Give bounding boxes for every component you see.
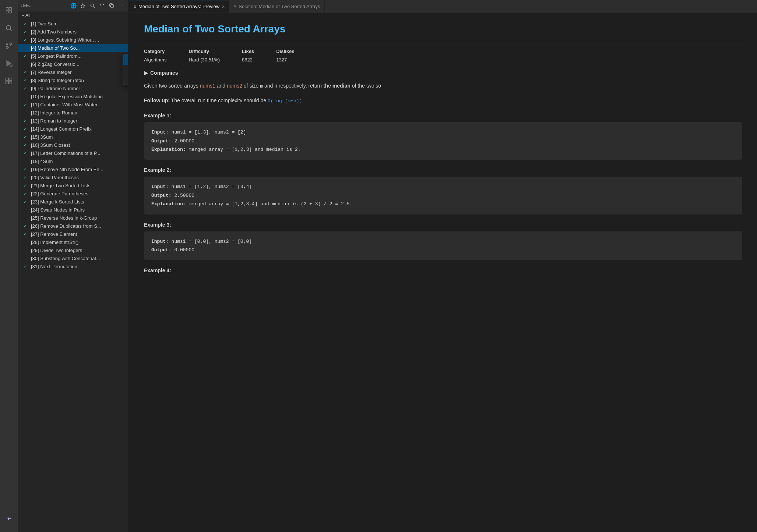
solved-check: ✓: [24, 264, 29, 269]
tab-preview[interactable]: ≡ Median of Two Sorted Arrays: Preview ×: [129, 0, 229, 13]
meta-header-likes: Likes: [242, 49, 254, 54]
search-icon[interactable]: [1, 21, 16, 35]
example-1-explanation: Explanation: merged array = [1,2,3] and …: [151, 145, 735, 154]
leetcode-icon[interactable]: [1, 511, 16, 526]
solved-check: ✓: [24, 78, 29, 83]
solved-check: ✓: [24, 175, 29, 180]
tab-label: Median of Two Sorted Arrays: Preview: [138, 4, 219, 9]
example-2-input: Input: nums1 = [1,2], nums2 = [3,4]: [151, 182, 735, 191]
svg-line-5: [10, 29, 12, 31]
problem-title: Median of Two Sorted Arrays: [144, 23, 742, 35]
meta-header-dislikes: Dislikes: [276, 49, 294, 54]
source-control-icon[interactable]: [1, 38, 16, 53]
problem-item[interactable]: ✓ [17] Letter Combinations of a P...: [18, 149, 128, 157]
problem-item[interactable]: [18] 4Sum: [18, 157, 128, 165]
companies-expand-icon: ▶: [144, 70, 148, 76]
problem-item[interactable]: ✓ [13] Roman to Integer: [18, 117, 128, 125]
follow-up: Follow up: The overall run time complexi…: [144, 96, 742, 105]
problem-item[interactable]: ✓ [31] Next Permutation: [18, 262, 128, 270]
meta-col-difficulty: Difficulty Hard (30.51%): [189, 49, 220, 63]
refresh-icon[interactable]: [98, 1, 106, 10]
solved-check: ✓: [24, 102, 29, 107]
problem-item[interactable]: ✓ [22] Generate Parentheses: [18, 189, 128, 198]
problem-item[interactable]: ✓ [7] Reverse Integer: [18, 68, 128, 76]
tab-solution[interactable]: ≡ Solution: Median of Two Sorted Arrays: [229, 0, 325, 13]
problem-item[interactable]: ✓ [8] String to Integer (atoi): [18, 76, 128, 84]
extensions-icon[interactable]: [1, 74, 16, 88]
problem-item[interactable]: ✓ [14] Longest Common Prefix: [18, 125, 128, 133]
context-menu-show[interactable]: Show Problem: [123, 65, 128, 75]
problem-description: Given two sorted arrays nums1 and nums2 …: [144, 82, 742, 91]
search-sidebar-icon[interactable]: [88, 1, 96, 10]
svg-rect-15: [6, 81, 9, 84]
context-menu-top-voted[interactable]: Show Top Voted Solution: [123, 75, 128, 85]
meta-value-difficulty: Hard (30.51%): [189, 57, 220, 63]
problem-item[interactable]: [10] Regular Expression Matching: [18, 92, 128, 100]
tab-icon-solution: ≡: [234, 4, 236, 9]
tab-icon: ≡: [134, 4, 136, 9]
example-2-block: Input: nums1 = [1,2], nums2 = [3,4] Outp…: [144, 177, 742, 214]
problem-item[interactable]: ✓ [11] Container With Most Water: [18, 100, 128, 109]
problem-item[interactable]: ✓ [20] Valid Parentheses: [18, 173, 128, 181]
problem-content: Median of Two Sorted Arrays Category Alg…: [129, 13, 757, 532]
example-1-block: Input: nums1 = [1,3], nums2 = [2] Output…: [144, 122, 742, 160]
problem-item[interactable]: ✓ [16] 3Sum Closest: [18, 141, 128, 149]
problem-item[interactable]: ✓ [9] Palindrome Number: [18, 84, 128, 92]
companies-header[interactable]: ▶ Companies: [144, 70, 742, 76]
problem-item[interactable]: [29] Divide Two Integers: [18, 246, 128, 254]
problem-item[interactable]: ✓ [5] Longest Palindrom...: [18, 52, 128, 60]
problem-item[interactable]: [24] Swap Nodes in Pairs: [18, 206, 128, 214]
problem-item[interactable]: ✓ [2] Add Two Numbers: [18, 28, 128, 36]
example-1-output: Output: 2.00000: [151, 137, 735, 145]
example-1-label: Example 1:: [144, 113, 742, 118]
svg-point-7: [10, 43, 12, 45]
run-debug-icon[interactable]: [1, 56, 16, 71]
star-icon[interactable]: [79, 1, 87, 10]
copy-icon[interactable]: [108, 1, 116, 10]
problem-list: ✓ [1] Two Sum ✓ [2] Add Two Numbers ✓ [3…: [18, 19, 128, 532]
main-area: ≡ Median of Two Sorted Arrays: Preview ×…: [129, 0, 757, 532]
problem-item[interactable]: [28] Implement strStr(): [18, 238, 128, 246]
solved-check: ✓: [24, 135, 29, 139]
solved-check: ✓: [24, 70, 29, 75]
solved-check: ✓: [24, 232, 29, 237]
problem-item[interactable]: ✓ [23] Merge k Sorted Lists: [18, 198, 128, 206]
inline-m: m: [260, 84, 263, 89]
bold-median: the median: [323, 83, 351, 89]
problem-item[interactable]: ✓ [3] Longest Substring Without ...: [18, 36, 128, 44]
tab-bar: ≡ Median of Two Sorted Arrays: Preview ×…: [129, 0, 757, 13]
meta-col-category: Category Algorithms: [144, 49, 166, 63]
example-3-input: Input: nums1 = [0,0], nums2 = [0,0]: [151, 237, 735, 246]
files-icon[interactable]: [1, 3, 16, 18]
problem-item[interactable]: [30] Substring with Concatenat...: [18, 254, 128, 262]
problem-item[interactable]: [12] Integer to Roman: [18, 109, 128, 117]
problem-item-active[interactable]: [4] Median of Two So...: [18, 44, 128, 52]
tab-close-button[interactable]: ×: [222, 4, 225, 10]
svg-rect-3: [9, 11, 12, 13]
more-icon[interactable]: ···: [117, 1, 125, 10]
meta-header-category: Category: [144, 49, 166, 54]
problem-item[interactable]: [6] ZigZag Conversio...: [18, 60, 128, 68]
svg-rect-13: [6, 78, 9, 81]
solved-check: ✓: [24, 21, 29, 26]
example-1-input: Input: nums1 = [1,3], nums2 = [2]: [151, 128, 735, 136]
solved-check: ✓: [24, 118, 29, 123]
solved-check: ✓: [24, 224, 29, 228]
svg-line-18: [94, 7, 95, 8]
problem-item[interactable]: ✓ [1] Two Sum: [18, 19, 128, 28]
problem-item[interactable]: ✓ [19] Remove Nth Node From En...: [18, 165, 128, 173]
solved-check: ✓: [24, 199, 29, 204]
globe-icon[interactable]: 🌐: [69, 1, 77, 10]
svg-rect-0: [6, 8, 9, 10]
example-2-label: Example 2:: [144, 167, 742, 173]
problem-item[interactable]: ✓ [26] Remove Duplicates from S...: [18, 222, 128, 230]
problem-item[interactable]: [25] Reverse Nodes in k-Group: [18, 214, 128, 222]
filter-label: All: [25, 13, 30, 18]
context-menu-preview[interactable]: Preview Problem: [123, 55, 128, 65]
example-3-label: Example 3:: [144, 222, 742, 228]
problem-item[interactable]: ✓ [15] 3Sum: [18, 133, 128, 141]
problem-item[interactable]: ✓ [27] Remove Element: [18, 230, 128, 238]
problem-item[interactable]: ✓ [21] Merge Two Sorted Lists: [18, 181, 128, 189]
solved-check: ✓: [24, 167, 29, 172]
meta-header-difficulty: Difficulty: [189, 49, 220, 54]
